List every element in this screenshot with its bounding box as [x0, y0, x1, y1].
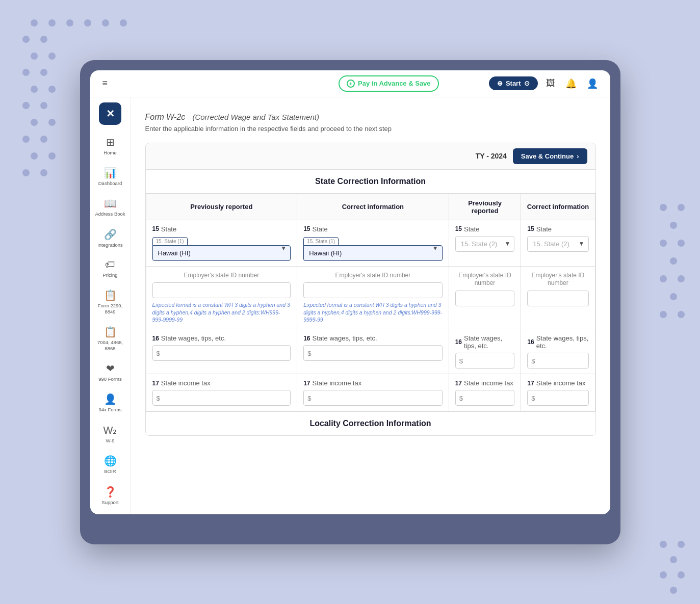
sidebar-item-form7004[interactable]: 📋 7004, 4868, 8868 — [93, 322, 127, 355]
wages-input-col3[interactable] — [455, 353, 515, 369]
user-account-button[interactable]: 👤 — [585, 76, 600, 91]
locality-correction-header: Locality Correction Information — [146, 411, 595, 435]
col1-header: Previously reported — [146, 194, 297, 220]
form-name: Form W-2c — [145, 113, 186, 121]
bell-button[interactable]: 🔔 — [563, 76, 579, 91]
sidebar-item-form2290[interactable]: 📋 Form 2290, 8849 — [93, 285, 127, 319]
field16-number-col3: 16 — [455, 338, 462, 346]
wages-input-wrapper-col2: $ — [303, 345, 443, 361]
profile-image-icon: 🖼 — [546, 78, 555, 88]
profile-image-button[interactable]: 🖼 — [544, 76, 557, 91]
income-tax-wrapper-col3: $ — [455, 390, 515, 406]
state2-prev-select[interactable]: 15. State (2) — [455, 236, 515, 252]
state1-correct-select[interactable]: Hawaii (HI) — [303, 245, 443, 261]
field17-header-col4: 17 State income tax — [527, 379, 588, 387]
field16-number-col1: 16 — [152, 335, 159, 342]
employer-id-label-col4: Employer's state ID number — [527, 272, 588, 287]
field16-label-col2: State wages, tips, etc. — [312, 334, 377, 342]
form2290-icon: 📋 — [104, 289, 117, 301]
sidebar-item-home[interactable]: ⊞ Home — [93, 132, 127, 160]
state2-correct-select-container: 15. State (2) ▼ — [527, 236, 588, 252]
state1-prev-select[interactable]: Hawaii (HI) — [152, 245, 291, 261]
wages-input-col2[interactable] — [303, 345, 443, 361]
wages-input-col1[interactable] — [152, 345, 291, 361]
field16-label-col1: State wages, tips, etc. — [161, 334, 226, 342]
col1-income-tax-cell: 17 State income tax $ — [146, 374, 297, 411]
col2-state-cell: 15 State 15. State (1) Hawaii (HI) ▼ — [297, 220, 449, 266]
field16-number-col4: 16 — [527, 338, 534, 346]
field15-header-col1: 15 State — [152, 225, 291, 233]
field17-number-col2: 17 — [303, 380, 310, 387]
sidebar: ✕ ⊞ Home 📊 Dashboard 📖 Address Book 🔗 In… — [90, 97, 131, 514]
income-tax-input-col4[interactable] — [527, 390, 588, 406]
form-description: Enter the applicable information in the … — [145, 125, 596, 133]
field16-header-col2: 16 State wages, tips, etc. — [303, 334, 443, 342]
form990-icon: ❤ — [106, 362, 115, 375]
income-tax-wrapper-col4: $ — [527, 390, 588, 406]
col3-state-cell: 15 State 15. State (2) ▼ — [449, 220, 521, 266]
start-button[interactable]: ⊕ Start ⊙ — [489, 76, 538, 90]
employer-id-input-col3[interactable] — [455, 291, 515, 306]
sidebar-item-boir[interactable]: 🌐 BOIR — [93, 451, 127, 478]
employer-id-input-col2[interactable] — [303, 282, 443, 298]
sidebar-form7004-label: 7004, 4868, 8868 — [95, 339, 125, 351]
field17-header-col3: 17 State income tax — [455, 379, 515, 387]
form7004-icon: 📋 — [104, 326, 117, 338]
field17-label-col3: State income tax — [464, 379, 513, 387]
col4-header: Correct information — [521, 194, 595, 220]
sidebar-item-dashboard[interactable]: 📊 Dashboard — [93, 163, 127, 190]
dollar-tax-icon-col3: $ — [459, 394, 463, 402]
state1-correct-select-container: 15. State (1) Hawaii (HI) ▼ — [303, 236, 443, 261]
sidebar-home-label: Home — [103, 150, 116, 155]
field17-header-col2: 17 State income tax — [303, 379, 443, 387]
employer-id-input-col1[interactable] — [152, 282, 291, 298]
sidebar-item-form94x[interactable]: 👤 94x Forms — [93, 389, 127, 416]
hamburger-button[interactable]: ≡ — [100, 76, 110, 91]
plus-circle-icon: + — [347, 80, 355, 88]
form-container: TY - 2024 Save & Continue › State Correc… — [145, 143, 596, 436]
state2-correct-select[interactable]: 15. State (2) — [527, 236, 588, 252]
wages-input-wrapper-col4: $ — [527, 353, 588, 369]
col4-state-cell: 15 State 15. State (2) ▼ — [521, 220, 595, 266]
user-account-icon: 👤 — [587, 78, 598, 89]
main-card: ≡ + Pay in Advance & Save ⊕ Start ⊙ 🖼 — [80, 60, 620, 544]
wages-input-col4[interactable] — [527, 353, 588, 369]
save-continue-button[interactable]: Save & Continue › — [513, 148, 587, 164]
pay-advance-button[interactable]: + Pay in Advance & Save — [339, 75, 439, 92]
chevron-right-icon: › — [577, 152, 579, 160]
field15-number-col1: 15 — [152, 225, 159, 232]
income-tax-input-col2[interactable] — [303, 390, 443, 406]
app-logo[interactable]: ✕ — [99, 102, 121, 125]
income-tax-input-col1[interactable] — [152, 390, 291, 406]
sidebar-item-address-book[interactable]: 📖 Address Book — [93, 193, 127, 221]
field17-label-col2: State income tax — [312, 379, 361, 387]
sidebar-item-integrations[interactable]: 🔗 Integrations — [93, 224, 127, 252]
field17-number-col3: 17 — [455, 380, 462, 387]
sidebar-item-w9[interactable]: W₂ W-9 — [93, 420, 127, 448]
sidebar-item-support[interactable]: ❓ Support — [93, 482, 127, 509]
income-tax-input-col3[interactable] — [455, 390, 515, 406]
dollar-icon-col2: $ — [307, 349, 311, 357]
state1-prev-select-container: 15. State (1) Hawaii (HI) ▼ — [152, 236, 291, 261]
field15-label-col4: State — [536, 225, 552, 233]
sidebar-form94x-label: 94x Forms — [99, 407, 122, 412]
dollar-tax-icon-col1: $ — [157, 394, 160, 402]
field16-label-col4: State wages, tips, etc. — [536, 334, 589, 350]
field17-header-col1: 17 State income tax — [152, 379, 291, 387]
form-header-bar: TY - 2024 Save & Continue › — [146, 143, 595, 170]
sidebar-form2290-label: Form 2290, 8849 — [95, 303, 125, 314]
field16-label-col3: State wages, tips, etc. — [464, 334, 514, 350]
employer-id-input-col4[interactable] — [527, 291, 588, 306]
save-continue-label: Save & Continue — [521, 152, 574, 160]
nav-center: + Pay in Advance & Save — [295, 75, 483, 92]
start-label: Start — [506, 80, 521, 87]
sidebar-item-form990[interactable]: ❤ 990 Forms — [93, 358, 127, 386]
col4-income-tax-cell: 17 State income tax $ — [521, 374, 595, 411]
sidebar-dashboard-label: Dashboard — [98, 180, 122, 186]
ty-year-label: TY - 2024 — [476, 152, 507, 160]
bell-icon: 🔔 — [565, 78, 577, 89]
sidebar-item-pricing[interactable]: 🏷 Pricing — [93, 255, 127, 282]
pay-advance-label: Pay in Advance & Save — [358, 80, 431, 87]
integrations-icon: 🔗 — [104, 228, 117, 241]
page-title: Form W-2c (Corrected Wage and Tax Statem… — [145, 110, 596, 123]
